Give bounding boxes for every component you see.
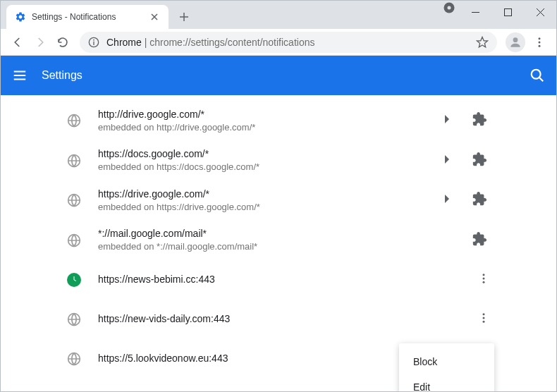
extension-puzzle-icon: [472, 191, 487, 209]
site-url: https://drive.google.com/*: [98, 188, 443, 202]
globe-icon: [67, 312, 81, 326]
forward-button[interactable]: [29, 31, 51, 54]
settings-header: Settings: [1, 56, 556, 95]
settings-gear-icon: [15, 11, 26, 23]
chevron-right-icon[interactable]: [443, 154, 451, 167]
hamburger-menu-icon[interactable]: [12, 68, 27, 83]
chevron-right-icon[interactable]: [443, 194, 451, 207]
svg-point-21: [483, 321, 485, 323]
site-url: *://mail.google.com/mail*: [98, 227, 472, 241]
close-window-button[interactable]: [524, 1, 556, 23]
browser-toolbar: Chrome | chrome://settings/content/notif…: [1, 29, 556, 56]
site-url: https://docs.google.com/*: [98, 147, 443, 161]
browser-tab[interactable]: Settings - Notifications: [6, 5, 169, 29]
site-favicon-green: [67, 273, 81, 287]
close-tab-icon[interactable]: [149, 11, 160, 23]
svg-point-10: [532, 70, 541, 79]
extension-puzzle-icon: [472, 152, 487, 170]
minimize-button[interactable]: [459, 1, 491, 23]
extension-puzzle-icon: [472, 111, 487, 130]
site-text: https://news-bebimi.cc:443: [98, 273, 477, 287]
site-url: https://news-bebimi.cc:443: [98, 273, 477, 287]
svg-point-19: [483, 313, 485, 315]
svg-point-1: [448, 6, 451, 10]
site-row[interactable]: https://news-bebimi.cc:443: [67, 260, 490, 300]
site-text: http://drive.google.com/*embedded on htt…: [98, 108, 443, 133]
svg-point-7: [539, 37, 541, 39]
site-embed-label: embedded on http://drive.google.com/*: [98, 122, 443, 134]
settings-title: Settings: [42, 69, 82, 82]
settings-content[interactable]: http://drive.google.com/*embedded on htt…: [1, 95, 556, 391]
browser-window: Settings - Notifications Chrome | chrome…: [0, 0, 557, 392]
bookmark-star-icon[interactable]: [476, 36, 489, 49]
tab-title: Settings - Notifications: [32, 12, 149, 22]
context-menu-edit[interactable]: Edit: [399, 374, 494, 391]
back-button[interactable]: [6, 31, 29, 54]
profile-avatar[interactable]: [506, 32, 525, 52]
svg-point-20: [483, 317, 485, 319]
url-text: Chrome | chrome://settings/content/notif…: [106, 37, 314, 48]
context-menu-block[interactable]: Block: [399, 349, 494, 374]
site-row[interactable]: http://drive.google.com/*embedded on htt…: [67, 101, 490, 140]
site-row[interactable]: *://mail.google.com/mail*embedded on *:/…: [67, 220, 490, 259]
site-row[interactable]: https://new-vids-daily.com:443: [67, 300, 490, 339]
svg-point-8: [539, 41, 541, 43]
site-url: https://new-vids-daily.com:443: [98, 312, 477, 326]
site-text: https://docs.google.com/*embedded on htt…: [98, 147, 443, 173]
extension-puzzle-icon: [472, 231, 487, 250]
site-embed-label: embedded on https://drive.google.com/*: [98, 202, 443, 214]
titlebar: Settings - Notifications: [1, 1, 556, 29]
site-embed-label: embedded on *://mail.google.com/mail*: [98, 241, 472, 253]
reload-button[interactable]: [51, 31, 74, 54]
svg-point-15: [483, 274, 485, 276]
more-options-button[interactable]: [477, 272, 490, 288]
svg-point-6: [513, 37, 518, 42]
site-text: https://drive.google.com/*embedded on ht…: [98, 188, 443, 213]
context-menu: BlockEditRemove: [399, 343, 494, 391]
globe-icon: [67, 154, 81, 168]
site-info-icon[interactable]: [88, 37, 99, 48]
site-embed-label: embedded on https://docs.google.com/*: [98, 161, 443, 173]
more-options-button[interactable]: [477, 312, 490, 327]
chevron-right-icon[interactable]: [443, 114, 451, 127]
svg-point-4: [93, 39, 94, 40]
svg-rect-2: [504, 8, 511, 16]
globe-icon: [67, 114, 81, 128]
new-tab-button[interactable]: [174, 7, 194, 27]
svg-point-9: [539, 44, 541, 47]
incognito-icon[interactable]: [439, 1, 459, 15]
address-bar[interactable]: Chrome | chrome://settings/content/notif…: [80, 32, 497, 53]
notification-sites-list: http://drive.google.com/*embedded on htt…: [67, 95, 490, 379]
globe-icon: [67, 352, 81, 366]
kebab-menu-button[interactable]: [528, 31, 551, 54]
site-url: http://drive.google.com/*: [98, 108, 443, 122]
site-text: https://new-vids-daily.com:443: [98, 312, 477, 326]
window-controls: [439, 1, 556, 23]
globe-icon: [67, 193, 81, 207]
maximize-button[interactable]: [491, 1, 524, 23]
svg-point-16: [483, 277, 485, 279]
globe-icon: [67, 233, 81, 247]
svg-rect-5: [93, 41, 94, 44]
site-row[interactable]: https://docs.google.com/*embedded on htt…: [67, 140, 490, 180]
svg-point-17: [483, 281, 485, 283]
site-row[interactable]: https://drive.google.com/*embedded on ht…: [67, 180, 490, 220]
site-text: *://mail.google.com/mail*embedded on *:/…: [98, 227, 472, 252]
search-icon[interactable]: [530, 68, 545, 83]
